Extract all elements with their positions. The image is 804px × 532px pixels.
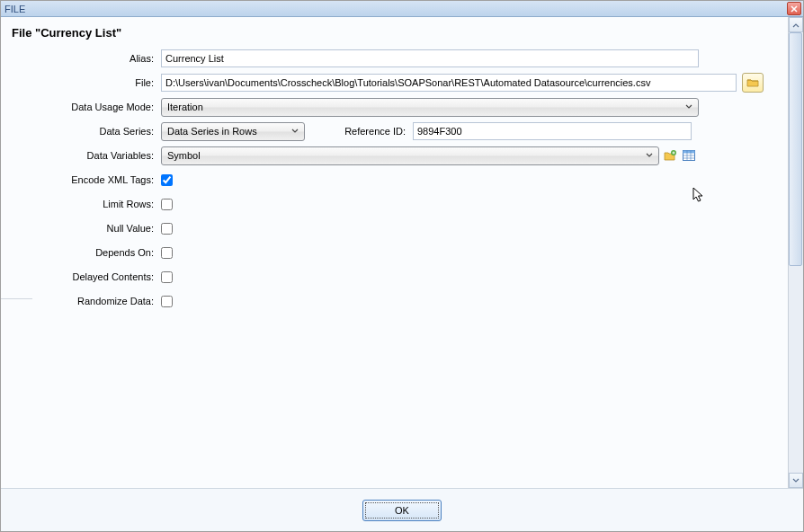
row-delayed-contents: Delayed Contents: xyxy=(10,267,779,287)
folder-icon xyxy=(746,77,759,88)
add-variable-button[interactable] xyxy=(662,147,678,164)
body-area: File "Currency List" Alias: File: xyxy=(1,17,803,488)
label-null-value: Null Value: xyxy=(10,223,161,234)
view-variables-button[interactable] xyxy=(681,147,697,164)
row-file: File: xyxy=(10,73,779,93)
svg-rect-2 xyxy=(683,151,695,154)
row-alias: Alias: xyxy=(10,49,779,68)
close-icon xyxy=(791,5,798,13)
row-limit-rows: Limit Rows: xyxy=(10,194,779,214)
label-limit-rows: Limit Rows: xyxy=(10,199,161,209)
label-encode-xml: Encode XML Tags: xyxy=(10,174,161,185)
label-reference-id: Reference ID: xyxy=(305,126,413,137)
scroll-up-button[interactable] xyxy=(789,17,803,32)
row-data-variables: Data Variables: Symbol xyxy=(10,146,779,165)
label-alias: Alias: xyxy=(10,53,161,64)
row-null-value: Null Value: xyxy=(10,218,779,238)
chevron-down-icon xyxy=(642,153,657,158)
page-title: File "Currency List" xyxy=(10,22,779,49)
chevron-down-icon xyxy=(288,129,302,134)
footer: OK xyxy=(1,488,803,531)
label-data-variables: Data Variables: xyxy=(10,150,161,161)
label-usage-mode: Data Usage Mode: xyxy=(10,102,161,112)
data-variables-value: Symbol xyxy=(167,150,642,161)
ok-button[interactable]: OK xyxy=(362,500,442,521)
browse-button[interactable] xyxy=(742,73,764,93)
row-randomize: Randomize Data: xyxy=(10,291,779,311)
null-value-checkbox[interactable] xyxy=(161,223,173,235)
encode-xml-checkbox[interactable] xyxy=(161,174,173,186)
titlebar: FILE xyxy=(1,1,803,17)
window-title: FILE xyxy=(4,4,25,14)
alias-input[interactable] xyxy=(161,49,699,67)
row-encode-xml: Encode XML Tags: xyxy=(10,170,779,190)
label-data-series: Data Series: xyxy=(10,126,161,137)
label-randomize: Randomize Data: xyxy=(10,296,161,306)
chevron-down-icon xyxy=(682,104,696,110)
delayed-contents-checkbox[interactable] xyxy=(161,271,173,283)
label-file: File: xyxy=(10,77,161,88)
row-usage-mode: Data Usage Mode: Iteration xyxy=(10,97,779,117)
depends-on-checkbox[interactable] xyxy=(161,247,173,259)
table-icon xyxy=(682,148,696,163)
scroll-down-button[interactable] xyxy=(789,473,803,488)
label-depends-on: Depends On: xyxy=(10,247,161,258)
data-series-value: Data Series in Rows xyxy=(167,126,288,137)
row-data-series: Data Series: Data Series in Rows Referen… xyxy=(10,121,779,141)
content-pane: File "Currency List" Alias: File: xyxy=(1,17,788,488)
data-usage-mode-dropdown[interactable]: Iteration xyxy=(161,98,699,117)
file-input[interactable] xyxy=(161,74,737,92)
label-delayed-contents: Delayed Contents: xyxy=(10,271,161,282)
data-series-dropdown[interactable]: Data Series in Rows xyxy=(161,122,305,141)
chevron-up-icon xyxy=(792,22,800,28)
scroll-thumb[interactable] xyxy=(789,32,802,266)
randomize-data-checkbox[interactable] xyxy=(161,296,173,307)
scroll-track[interactable] xyxy=(789,32,803,473)
reference-id-input[interactable] xyxy=(413,122,692,140)
row-depends-on: Depends On: xyxy=(10,243,779,262)
chevron-down-icon xyxy=(792,478,800,483)
data-usage-mode-value: Iteration xyxy=(167,102,682,112)
vertical-scrollbar[interactable] xyxy=(788,17,803,488)
folder-add-icon xyxy=(663,148,677,163)
data-variables-dropdown[interactable]: Symbol xyxy=(161,146,659,165)
close-button[interactable] xyxy=(787,2,801,15)
separator xyxy=(1,298,32,299)
limit-rows-checkbox[interactable] xyxy=(161,199,173,210)
file-dialog: FILE File "Currency List" Alias: File: xyxy=(0,0,804,532)
